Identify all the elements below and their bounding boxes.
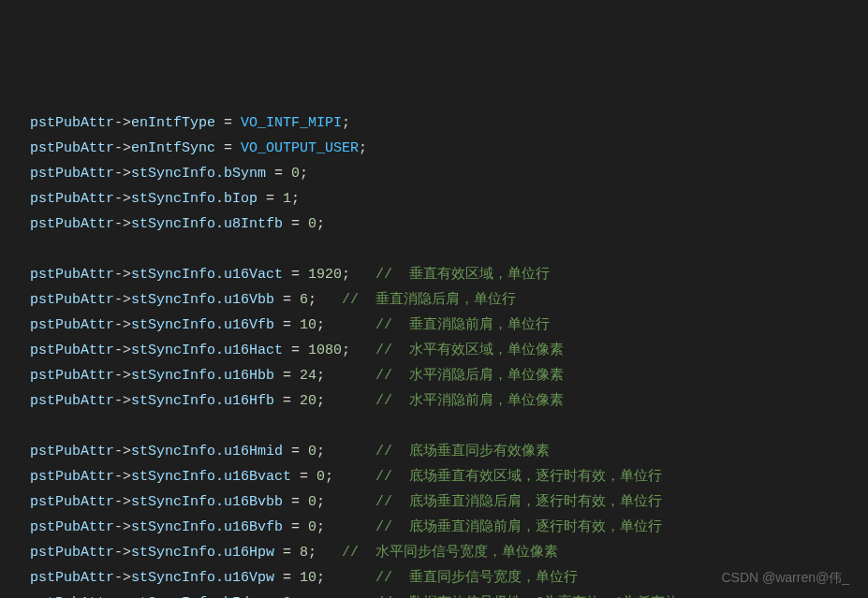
code-line: pstPubAttr->stSyncInfo.u16Hbb = 24; // 水… — [30, 363, 868, 388]
code-line: pstPubAttr->stSyncInfo.u16Hact = 1080; /… — [30, 338, 868, 363]
code-line: pstPubAttr->stSyncInfo.bIdv = 0; // 数据有效… — [30, 591, 868, 598]
watermark-text: CSDN @warren@伟_ — [721, 565, 849, 591]
code-block: pstPubAttr->enIntfType = VO_INTF_MIPI;ps… — [0, 110, 868, 598]
code-line: pstPubAttr->stSyncInfo.u16Vbb = 6; // 垂直… — [30, 287, 868, 313]
code-line: pstPubAttr->stSyncInfo.bIop = 1; — [30, 186, 868, 211]
code-line: pstPubAttr->enIntfType = VO_INTF_MIPI; — [30, 110, 868, 136]
code-line: pstPubAttr->stSyncInfo.u16Vfb = 10; // 垂… — [30, 313, 868, 338]
code-line: pstPubAttr->stSyncInfo.u16Bvfb = 0; // 底… — [30, 515, 868, 540]
code-line — [30, 237, 868, 262]
code-line: pstPubAttr->stSyncInfo.u16Bvbb = 0; // 底… — [30, 489, 868, 515]
code-line: pstPubAttr->stSyncInfo.u16Hpw = 8; // 水平… — [30, 540, 868, 565]
code-line: pstPubAttr->stSyncInfo.u16Vact = 1920; /… — [30, 262, 868, 287]
code-line — [30, 414, 868, 439]
code-line: pstPubAttr->stSyncInfo.u16Hfb = 20; // 水… — [30, 388, 868, 414]
code-line: pstPubAttr->stSyncInfo.u16Bvact = 0; // … — [30, 464, 868, 489]
code-line: pstPubAttr->stSyncInfo.u8Intfb = 0; — [30, 211, 868, 237]
code-line: pstPubAttr->stSyncInfo.u16Hmid = 0; // 底… — [30, 439, 868, 464]
code-line: pstPubAttr->enIntfSync = VO_OUTPUT_USER; — [30, 136, 868, 161]
code-line: pstPubAttr->stSyncInfo.bSynm = 0; — [30, 161, 868, 186]
